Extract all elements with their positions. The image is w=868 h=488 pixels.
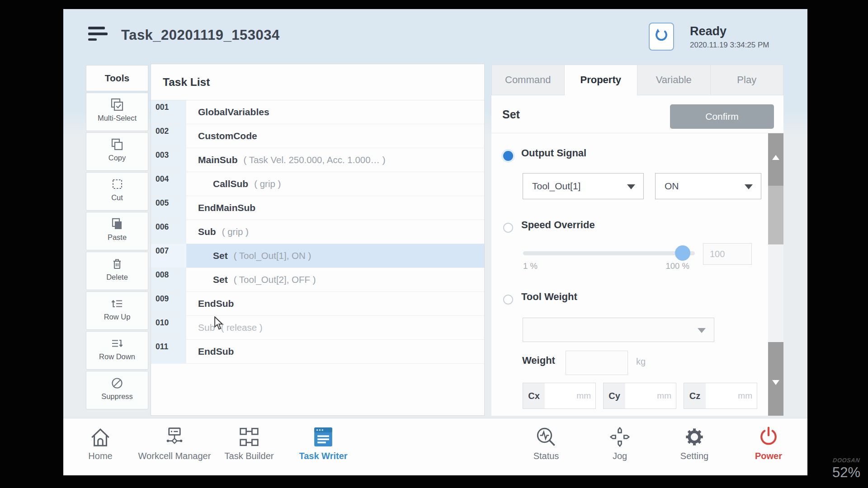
task-writer-icon xyxy=(311,424,336,450)
task-row-005[interactable]: 005 EndMainSub xyxy=(151,196,484,220)
property-body: Output Signal Tool_Out[1] ON Speed Overr… xyxy=(491,133,783,416)
chevron-down-icon xyxy=(627,184,635,189)
row-up-icon xyxy=(109,296,125,311)
speed-override-radio[interactable] xyxy=(503,223,513,233)
status-icon xyxy=(533,424,559,450)
task-row-006[interactable]: 006 Sub( grip ) xyxy=(151,220,484,244)
weight-unit-label: kg xyxy=(636,357,646,367)
task-row-007-selected[interactable]: 007 Set( Tool_Out[1], ON ) xyxy=(151,244,484,268)
robot-state-label: Ready xyxy=(690,24,726,38)
nav-task-writer[interactable]: Task Writer xyxy=(278,418,368,461)
nav-power[interactable]: Power xyxy=(723,418,807,461)
command-name-label: Set xyxy=(502,95,520,133)
speed-slider-knob[interactable] xyxy=(675,245,690,261)
slider-max-label: 100 % xyxy=(649,261,689,271)
tool-row-up-button[interactable]: Row Up xyxy=(86,291,148,330)
tab-property[interactable]: Property xyxy=(565,65,638,95)
app-window: Task_20201119_153034 Ready 2020.11.19 3:… xyxy=(63,9,807,475)
doosan-logo: DOOSAN xyxy=(827,457,866,464)
speed-override-label: Speed Override xyxy=(521,219,595,231)
mouse-cursor xyxy=(213,316,225,331)
tools-panel-title: Tools xyxy=(86,65,148,91)
task-row-008[interactable]: 008 Set( Tool_Out[2], OFF ) xyxy=(151,268,484,292)
task-row-009[interactable]: 009 EndSub xyxy=(151,292,484,316)
tool-weight-radio[interactable] xyxy=(503,295,513,305)
multi-select-icon xyxy=(109,97,125,113)
task-builder-icon xyxy=(236,424,262,450)
arrow-down-icon xyxy=(772,380,779,385)
tool-cut-button[interactable]: Cut xyxy=(86,172,148,211)
workcell-manager-icon xyxy=(162,424,187,450)
task-row-004[interactable]: 004 CallSub( grip ) xyxy=(151,172,484,196)
weight-field[interactable] xyxy=(566,351,628,375)
task-row-003[interactable]: 003 MainSub( Task Vel. 250.000, Acc. 1.0… xyxy=(151,148,484,172)
teach-pendant-screen: Task_20201119_153034 Ready 2020.11.19 3:… xyxy=(0,0,868,488)
tool-weight-label: Tool Weight xyxy=(521,291,577,303)
tab-variable[interactable]: Variable xyxy=(637,65,711,95)
cut-icon xyxy=(109,177,125,192)
tab-play[interactable]: Play xyxy=(711,65,784,95)
task-row-011[interactable]: 011 EndSub xyxy=(151,340,484,364)
scroll-down-button[interactable] xyxy=(768,342,783,416)
power-icon xyxy=(756,424,781,450)
signal-state-dropdown[interactable]: ON xyxy=(655,173,761,199)
tool-suppress-button[interactable]: Suppress xyxy=(86,371,148,409)
robot-arc-icon xyxy=(652,26,671,47)
cy-field[interactable]: Cy mm xyxy=(603,383,676,409)
datetime-label: 2020.11.19 3:34:25 PM xyxy=(690,41,769,50)
jog-icon xyxy=(607,424,632,450)
cx-field[interactable]: Cx mm xyxy=(523,383,596,409)
task-list-title: Task List xyxy=(151,64,484,100)
tool-copy-button[interactable]: Copy xyxy=(86,132,148,171)
paste-icon xyxy=(109,216,125,232)
tool-row-down-button[interactable]: Row Down xyxy=(86,331,148,370)
tool-weight-dropdown[interactable] xyxy=(523,318,714,342)
task-row-002[interactable]: 002 CustomCode xyxy=(151,124,484,148)
menu-icon[interactable] xyxy=(88,27,109,43)
task-list-panel: Task List 001 GlobalVariables 002 Custom… xyxy=(151,64,485,416)
zoom-percent-label: 52% xyxy=(827,465,865,481)
tab-command[interactable]: Command xyxy=(491,65,565,95)
property-header: Set Confirm xyxy=(491,95,783,133)
output-signal-label: Output Signal xyxy=(521,147,586,159)
chevron-down-icon xyxy=(745,184,753,189)
slider-min-label: 1 % xyxy=(523,261,538,271)
tool-multi-select-button[interactable]: Multi-Select xyxy=(86,93,148,131)
arrow-up-icon xyxy=(772,155,779,160)
home-icon xyxy=(88,424,113,450)
panel-scrollbar[interactable] xyxy=(768,133,783,416)
bottom-navigation: Home Workcell Manager xyxy=(63,418,807,475)
tool-delete-button[interactable]: Delete xyxy=(86,252,148,290)
speed-value-field[interactable]: 100 xyxy=(703,243,752,265)
weight-field-label: Weight xyxy=(522,355,555,366)
tools-panel: Tools Multi-Select Copy xyxy=(86,65,148,411)
task-title: Task_20201119_153034 xyxy=(121,27,280,43)
scroll-up-button[interactable] xyxy=(768,133,783,186)
signal-dropdown[interactable]: Tool_Out[1] xyxy=(523,173,644,199)
right-panel-tabs: Command Property Variable Play xyxy=(491,65,783,95)
setting-icon xyxy=(682,424,707,450)
output-signal-radio[interactable] xyxy=(503,151,513,161)
cz-field[interactable]: Cz mm xyxy=(684,383,757,409)
speed-slider-track[interactable] xyxy=(523,251,695,255)
task-row-010[interactable]: 010 Sub( release ) xyxy=(151,316,484,340)
suppress-icon xyxy=(109,375,125,391)
scrollbar-thumb[interactable] xyxy=(768,186,783,244)
tool-paste-button[interactable]: Paste xyxy=(86,212,148,250)
task-row-001[interactable]: 001 GlobalVariables xyxy=(151,100,484,124)
delete-icon xyxy=(109,256,125,272)
copy-icon xyxy=(109,137,125,152)
chevron-down-icon xyxy=(698,328,706,333)
row-down-icon xyxy=(109,336,125,351)
confirm-button[interactable]: Confirm xyxy=(670,104,774,129)
robot-status-button[interactable] xyxy=(649,23,674,51)
